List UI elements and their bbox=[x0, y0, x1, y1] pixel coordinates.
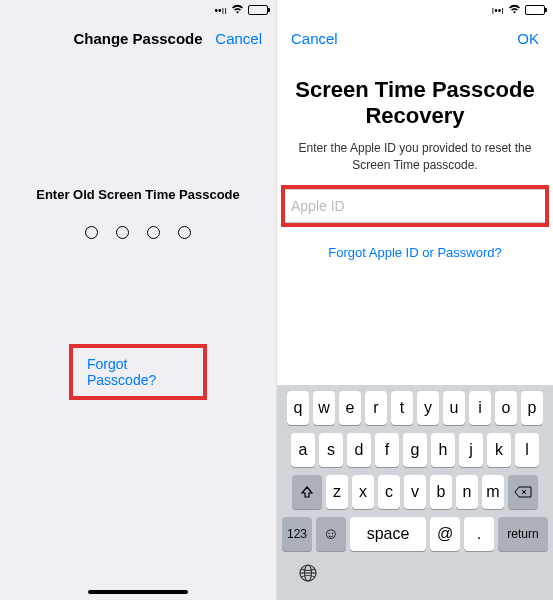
key-t[interactable]: t bbox=[391, 391, 413, 425]
passcode-dot bbox=[85, 226, 98, 239]
recovery-screen: ı••ı Cancel OK Screen Time Passcode Reco… bbox=[276, 0, 553, 600]
wifi-icon bbox=[231, 4, 244, 16]
key-g[interactable]: g bbox=[403, 433, 427, 467]
keyboard: qwertyuiop asdfghjkl zxcvbnm 123 ☺ space… bbox=[277, 385, 553, 600]
key-d[interactable]: d bbox=[347, 433, 371, 467]
key-u[interactable]: u bbox=[443, 391, 465, 425]
key-h[interactable]: h bbox=[431, 433, 455, 467]
page-title: Screen Time Passcode Recovery bbox=[277, 77, 553, 130]
shift-key[interactable] bbox=[292, 475, 322, 509]
key-row-2: asdfghjkl bbox=[280, 433, 550, 467]
passcode-dot bbox=[178, 226, 191, 239]
nav-bar: Change Passcode Cancel bbox=[0, 20, 276, 57]
key-l[interactable]: l bbox=[515, 433, 539, 467]
key-c[interactable]: c bbox=[378, 475, 400, 509]
page-subtitle: Enter the Apple ID you provided to reset… bbox=[277, 140, 553, 174]
highlight-box bbox=[281, 185, 549, 227]
key-x[interactable]: x bbox=[352, 475, 374, 509]
status-bar: ••ıı bbox=[0, 0, 276, 20]
key-w[interactable]: w bbox=[313, 391, 335, 425]
battery-icon bbox=[525, 5, 545, 15]
change-passcode-screen: ••ıı Change Passcode Cancel Enter Old Sc… bbox=[0, 0, 276, 600]
emoji-key[interactable]: ☺ bbox=[316, 517, 346, 551]
key-i[interactable]: i bbox=[469, 391, 491, 425]
key-m[interactable]: m bbox=[482, 475, 504, 509]
key-row-3: zxcvbnm bbox=[280, 475, 550, 509]
key-o[interactable]: o bbox=[495, 391, 517, 425]
key-b[interactable]: b bbox=[430, 475, 452, 509]
cancel-button[interactable]: Cancel bbox=[291, 30, 341, 47]
key-j[interactable]: j bbox=[459, 433, 483, 467]
key-e[interactable]: e bbox=[339, 391, 361, 425]
key-k[interactable]: k bbox=[487, 433, 511, 467]
signal-icon: ••ıı bbox=[214, 5, 227, 16]
ok-button[interactable]: OK bbox=[489, 30, 539, 47]
return-key[interactable]: return bbox=[498, 517, 548, 551]
nav-title: Change Passcode bbox=[64, 30, 212, 47]
forgot-apple-id-link[interactable]: Forgot Apple ID or Password? bbox=[277, 245, 553, 260]
apple-id-input[interactable] bbox=[285, 189, 545, 223]
globe-key[interactable] bbox=[280, 559, 550, 596]
key-n[interactable]: n bbox=[456, 475, 478, 509]
passcode-dot bbox=[147, 226, 160, 239]
wifi-icon bbox=[508, 4, 521, 16]
nav-bar: Cancel OK bbox=[277, 20, 553, 57]
passcode-dots bbox=[0, 226, 276, 239]
passcode-dot bbox=[116, 226, 129, 239]
key-a[interactable]: a bbox=[291, 433, 315, 467]
key-f[interactable]: f bbox=[375, 433, 399, 467]
key-v[interactable]: v bbox=[404, 475, 426, 509]
period-key[interactable]: . bbox=[464, 517, 494, 551]
passcode-prompt: Enter Old Screen Time Passcode bbox=[0, 187, 276, 202]
key-row-4: 123 ☺ space @ . return bbox=[280, 517, 550, 551]
key-row-1: qwertyuiop bbox=[280, 391, 550, 425]
key-p[interactable]: p bbox=[521, 391, 543, 425]
key-z[interactable]: z bbox=[326, 475, 348, 509]
delete-key[interactable] bbox=[508, 475, 538, 509]
battery-icon bbox=[248, 5, 268, 15]
key-q[interactable]: q bbox=[287, 391, 309, 425]
forgot-passcode-link[interactable]: Forgot Passcode? bbox=[87, 356, 189, 388]
status-bar: ı••ı bbox=[277, 0, 553, 20]
key-s[interactable]: s bbox=[319, 433, 343, 467]
home-indicator[interactable] bbox=[88, 590, 188, 594]
space-key[interactable]: space bbox=[350, 517, 426, 551]
key-y[interactable]: y bbox=[417, 391, 439, 425]
highlight-box: Forgot Passcode? bbox=[69, 344, 207, 400]
at-key[interactable]: @ bbox=[430, 517, 460, 551]
mode-123-key[interactable]: 123 bbox=[282, 517, 312, 551]
key-r[interactable]: r bbox=[365, 391, 387, 425]
signal-icon: ı••ı bbox=[491, 5, 504, 16]
cancel-button[interactable]: Cancel bbox=[212, 30, 262, 47]
